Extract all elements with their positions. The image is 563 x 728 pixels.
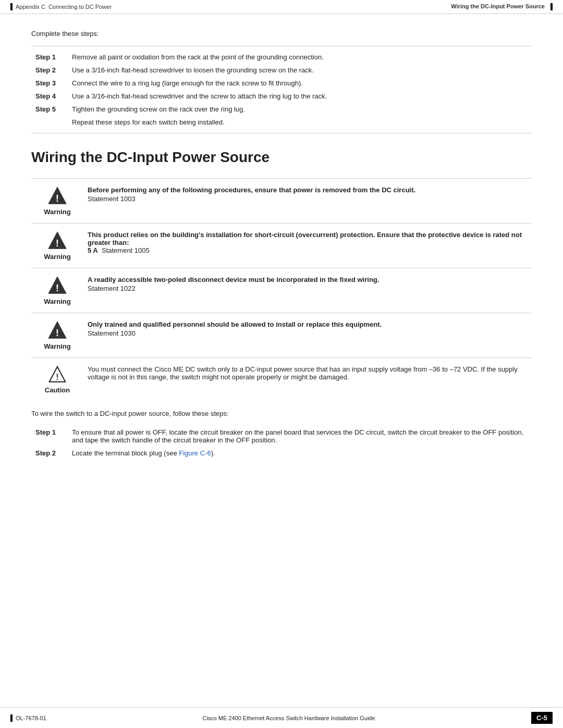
caution-left: ! Caution: [31, 365, 83, 394]
warning-icon-1: !: [47, 186, 67, 206]
warning-block-1: ! Warning Before performing any of the f…: [31, 178, 532, 223]
step-text: Remove all paint or oxidation from the r…: [68, 51, 532, 64]
step-label: Step 1: [31, 426, 68, 447]
footer-doc-number: OL-7678-01: [16, 715, 46, 721]
table-row: Step 5 Tighten the grounding screw on th…: [31, 103, 532, 116]
warning-right-4: Only trained and qualified personnel sho…: [83, 320, 532, 337]
svg-text:!: !: [56, 327, 59, 338]
warning-left-2: ! Warning: [31, 231, 83, 261]
caution-text: You must connect the Cisco ME DC switch …: [88, 365, 518, 381]
svg-text:!: !: [56, 238, 59, 249]
repeat-text: Repeat these steps for each switch being…: [68, 116, 532, 129]
svg-text:!: !: [56, 282, 59, 293]
caution-block: ! Caution You must connect the Cisco ME …: [31, 357, 532, 401]
warning-statement-3: Statement 1022: [88, 285, 532, 292]
step-label: Step 1: [31, 51, 68, 64]
step-text: Use a 3/16-inch flat-head screwdriver an…: [68, 90, 532, 103]
caution-icon: !: [48, 365, 67, 384]
table-row: Step 1 Remove all paint or oxidation fro…: [31, 51, 532, 64]
step-label: Step 2: [31, 447, 68, 460]
step-text: Tighten the grounding screw on the rack …: [68, 103, 532, 116]
warning-label-1: Warning: [44, 208, 71, 216]
caution-label: Caution: [45, 386, 70, 394]
header-left: Appendix C Connecting to DC Power: [10, 3, 112, 10]
footer-center: Cisco ME 2400 Ethernet Access Switch Har…: [46, 715, 531, 721]
wire-steps-table: Step 1 To ensure that all power is OFF, …: [31, 426, 532, 460]
header-appendix-title: Connecting to DC Power: [48, 4, 112, 10]
footer: OL-7678-01 Cisco ME 2400 Ethernet Access…: [0, 707, 563, 728]
intro-text: Complete these steps:: [31, 24, 532, 38]
section-title: Wiring the DC-Input Power Source: [31, 149, 532, 168]
warning-text-4: Only trained and qualified personnel sho…: [88, 320, 382, 328]
table-row: Step 3 Connect the wire to a ring lug (l…: [31, 77, 532, 90]
initial-steps-table: Step 1 Remove all paint or oxidation fro…: [31, 51, 532, 129]
warning-text-1: Before performing any of the following p…: [88, 186, 415, 194]
svg-text:!: !: [56, 193, 59, 204]
warning-icon-3: !: [47, 276, 67, 295]
footer-page: C-5: [531, 712, 553, 724]
warning-left-1: ! Warning: [31, 186, 83, 216]
svg-text:!: !: [56, 372, 58, 381]
wire-intro-text: To wire the switch to a DC-input power s…: [31, 410, 532, 417]
step-text: Connect the wire to a ring lug (large en…: [68, 77, 532, 90]
warning-label-2: Warning: [44, 253, 71, 261]
warning-icon-4: !: [47, 320, 67, 340]
warning-right-2: This product relies on the building's in…: [83, 231, 532, 254]
footer-left: OL-7678-01: [10, 714, 46, 722]
warning-statement-1: Statement 1003: [88, 195, 532, 203]
main-content: Complete these steps: Step 1 Remove all …: [0, 14, 563, 495]
header-left-accent: [10, 3, 13, 10]
warning-label-4: Warning: [44, 342, 71, 350]
warning-statement-4: Statement 1030: [88, 329, 532, 337]
warning-right-1: Before performing any of the following p…: [83, 186, 532, 203]
step-label: Step 3: [31, 77, 68, 90]
step-label: Step 5: [31, 103, 68, 116]
table-row: Step 2 Locate the terminal block plug (s…: [31, 447, 532, 460]
table-row: Repeat these steps for each switch being…: [31, 116, 532, 129]
divider-after-steps: [31, 133, 532, 133]
header-appendix-label: Appendix C: [16, 4, 45, 10]
intro-label: Complete these steps:: [31, 30, 99, 38]
header-right: Wiring the DC-Input Power Source: [451, 3, 553, 10]
warning-icon-2: !: [47, 231, 67, 251]
step-text: To ensure that all power is OFF, locate …: [68, 426, 532, 447]
figure-c6-link[interactable]: Figure C-6: [179, 449, 211, 457]
warning-text-2: This product relies on the building's in…: [88, 231, 522, 246]
warning-label-3: Warning: [44, 298, 71, 305]
caution-right: You must connect the Cisco ME DC switch …: [83, 365, 532, 381]
step-label: Step 4: [31, 90, 68, 103]
warning-left-3: ! Warning: [31, 276, 83, 305]
table-row: Step 1 To ensure that all power is OFF, …: [31, 426, 532, 447]
step-label: [31, 116, 68, 129]
step-text: Locate the terminal block plug (see Figu…: [68, 447, 532, 460]
header-section-title: Wiring the DC-Input Power Source: [451, 3, 545, 9]
warning-block-3: ! Warning A readily accessible two-poled…: [31, 268, 532, 313]
warning-extra-2: 5 A Statement 1005: [88, 246, 532, 254]
divider-top: [31, 46, 532, 46]
step-text: Use a 3/16-inch flat-head screwdriver to…: [68, 64, 532, 77]
warning-right-3: A readily accessible two-poled disconnec…: [83, 276, 532, 292]
warning-block-2: ! Warning This product relies on the bui…: [31, 223, 532, 268]
header-bar: Appendix C Connecting to DC Power Wiring…: [0, 0, 563, 14]
footer-left-accent: [10, 714, 13, 722]
table-row: Step 4 Use a 3/16-inch flat-head screwdr…: [31, 90, 532, 103]
warning-text-3: A readily accessible two-poled disconnec…: [88, 276, 379, 283]
header-right-accent: [550, 3, 553, 10]
step-label: Step 2: [31, 64, 68, 77]
table-row: Step 2 Use a 3/16-inch flat-head screwdr…: [31, 64, 532, 77]
warning-left-4: ! Warning: [31, 320, 83, 350]
warning-block-4: ! Warning Only trained and qualified per…: [31, 313, 532, 357]
